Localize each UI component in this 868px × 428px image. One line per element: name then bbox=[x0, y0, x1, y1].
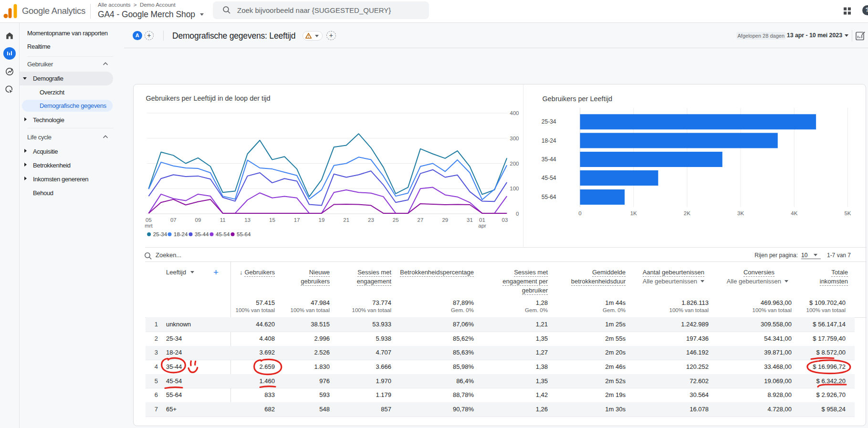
svg-text:13: 13 bbox=[244, 217, 251, 223]
svg-text:100: 100 bbox=[510, 186, 519, 191]
svg-text:25-34: 25-34 bbox=[541, 118, 556, 125]
svg-text:2K: 2K bbox=[683, 210, 690, 216]
svg-text:0: 0 bbox=[578, 210, 581, 216]
svg-text:25-34: 25-34 bbox=[153, 231, 167, 237]
svg-text:0: 0 bbox=[516, 211, 519, 217]
svg-text:05: 05 bbox=[146, 217, 152, 223]
svg-text:400: 400 bbox=[510, 110, 519, 116]
svg-text:mrt: mrt bbox=[145, 223, 153, 229]
svg-text:Gebruikers per Leeftijd: Gebruikers per Leeftijd bbox=[542, 95, 612, 103]
svg-text:15: 15 bbox=[269, 217, 275, 223]
svg-text:23: 23 bbox=[368, 217, 374, 223]
svg-text:07: 07 bbox=[170, 217, 176, 223]
svg-text:35-44: 35-44 bbox=[195, 231, 209, 237]
svg-text:18-24: 18-24 bbox=[174, 231, 188, 237]
svg-text:21: 21 bbox=[343, 217, 349, 223]
svg-text:300: 300 bbox=[510, 136, 519, 141]
svg-text:09: 09 bbox=[195, 217, 201, 223]
svg-text:11: 11 bbox=[220, 217, 225, 223]
svg-text:29: 29 bbox=[442, 217, 448, 223]
svg-text:17: 17 bbox=[293, 217, 300, 223]
svg-text:Gebruikers per Leeftijd in de: Gebruikers per Leeftijd in de loop der t… bbox=[146, 94, 270, 102]
svg-text:25: 25 bbox=[392, 217, 398, 223]
svg-text:45-54: 45-54 bbox=[541, 175, 556, 181]
svg-text:35-44: 35-44 bbox=[541, 156, 556, 163]
svg-text:27: 27 bbox=[417, 217, 423, 223]
svg-text:4K: 4K bbox=[791, 210, 797, 216]
svg-text:31: 31 bbox=[467, 217, 473, 223]
svg-text:55-64: 55-64 bbox=[541, 194, 556, 200]
svg-text:5K: 5K bbox=[844, 210, 851, 216]
svg-text:3K: 3K bbox=[737, 210, 744, 216]
svg-text:18-24: 18-24 bbox=[541, 137, 556, 144]
svg-text:apr: apr bbox=[478, 223, 486, 229]
svg-text:01: 01 bbox=[479, 217, 485, 223]
svg-text:1K: 1K bbox=[630, 210, 637, 216]
svg-text:19: 19 bbox=[318, 217, 324, 223]
svg-text:45-54: 45-54 bbox=[216, 231, 230, 237]
svg-text:55-64: 55-64 bbox=[237, 231, 251, 237]
svg-text:03: 03 bbox=[502, 217, 508, 223]
svg-text:200: 200 bbox=[510, 161, 519, 167]
